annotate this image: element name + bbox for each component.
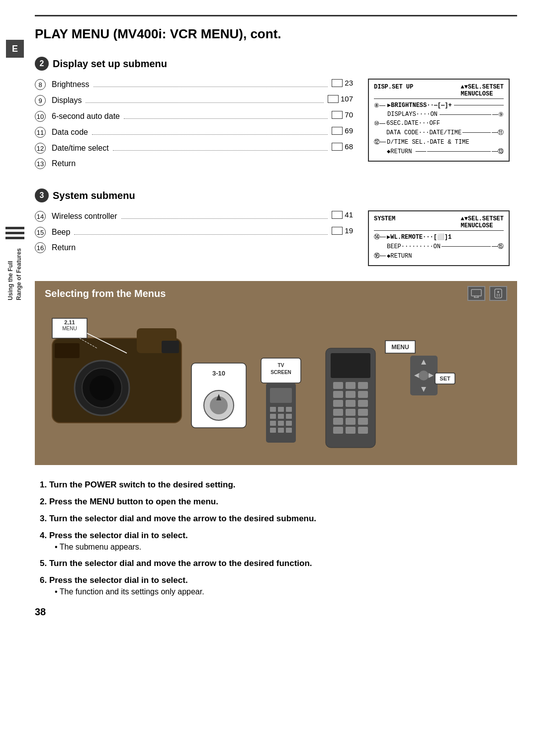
svg-rect-61 (333, 427, 343, 434)
display-screen-header: DISP.SET UP ▲▼SEL.SETSET MENUCLOSE (374, 84, 504, 99)
item-label-return1: Return (52, 159, 76, 168)
svg-rect-37 (286, 414, 292, 419)
svg-rect-16 (162, 341, 179, 353)
item-num-13: 13 (35, 158, 46, 169)
svg-rect-58 (333, 418, 343, 425)
section-e-badge: E (6, 40, 24, 58)
item-label-displays: Displays (52, 96, 82, 105)
system-screen-lines: ⑭— ▶WL.REMOTE···[⬜]1 ⑭— BEEP·········ON … (374, 233, 504, 260)
item-num-8: 8 (35, 79, 46, 90)
list-item: 8 Brightness 23 (35, 79, 353, 90)
svg-rect-57 (358, 409, 368, 416)
item-ref-10: 70 (332, 110, 353, 119)
svg-rect-32 (270, 407, 276, 412)
svg-rect-55 (333, 409, 343, 416)
svg-text:MENU: MENU (391, 344, 409, 351)
svg-rect-46 (333, 382, 343, 389)
item-num-11: 11 (35, 127, 46, 138)
banner-label: Selecting from the Menus (45, 288, 166, 299)
svg-rect-31 (270, 388, 292, 403)
svg-rect-39 (278, 421, 284, 426)
item-ref-14: 41 (332, 210, 353, 219)
instruction-4-sub: • The submenu appears. (55, 543, 512, 552)
camera-scene-svg: 2,11 MENU 3-10 TV SCREEN (37, 308, 515, 463)
list-item: 12 Date/time select 68 (35, 142, 353, 154)
svg-rect-6 (497, 294, 498, 295)
svg-rect-54 (358, 400, 368, 407)
item-num-14: 14 (35, 211, 46, 222)
instruction-6-sub: • The function and its settings only app… (55, 587, 512, 596)
banner-icon-remote (489, 286, 507, 301)
list-item: 14 Wireless controller 41 (35, 210, 353, 222)
svg-rect-45 (331, 353, 370, 378)
instruction-2-text: 2. Press the MENU button to open the men… (40, 497, 218, 506)
svg-rect-17 (55, 343, 80, 358)
list-item: 16 Return (35, 242, 353, 253)
svg-rect-63 (358, 427, 368, 434)
screen-line-10: ⑩— 6SEC.DATE···OFF (374, 119, 504, 127)
svg-rect-38 (270, 421, 276, 426)
main-content: PLAY MENU (MV400i: VCR MENU), cont. 2 Di… (30, 0, 537, 756)
svg-rect-7 (499, 294, 500, 295)
item-num-10: 10 (35, 111, 46, 122)
system-screen-header: SYSTEM ▲▼SEL.SETSET MENUCLOSE (374, 215, 504, 231)
svg-rect-41 (270, 428, 276, 433)
display-item-list: 8 Brightness 23 9 Displays 107 10 (35, 79, 353, 174)
svg-rect-49 (333, 391, 343, 398)
instruction-6-text: 6. Press the selector dial in to select. (40, 575, 188, 585)
sidebar-bar-3 (5, 237, 24, 239)
system-section-row: 14 Wireless controller 41 15 Beep 19 (35, 210, 517, 266)
svg-text:SET: SET (440, 376, 450, 381)
screen-line-11: ⑩— DATA CODE···DATE/TIME —⑪ (374, 128, 504, 137)
system-item-list: 14 Wireless controller 41 15 Beep 19 (35, 210, 353, 266)
screen-line-13: ⑫— ◆RETURN ——— —⑬ (374, 147, 504, 156)
list-item: 9 Displays 107 (35, 94, 353, 106)
screen-line-8: ⑧— ▶BRIGHTNESS··—[—]+ (374, 101, 504, 109)
item-ref-8: 23 (332, 79, 353, 87)
svg-point-71 (419, 371, 429, 380)
menus-banner: Selecting from the Menus (35, 281, 517, 306)
display-screen-lines: ⑧— ▶BRIGHTNESS··—[—]+ ⑧— DISPLAYS····ON … (374, 101, 504, 156)
instruction-5: 5. Turn the selector dial and move the a… (40, 559, 512, 568)
svg-rect-52 (333, 400, 343, 407)
display-section-label: Display set up submenu (53, 58, 167, 70)
system-section-label: System submenu (53, 190, 135, 201)
svg-rect-33 (278, 407, 284, 412)
screen-line-15: ⑭— BEEP·········ON —⑮ (374, 242, 504, 251)
svg-rect-8 (497, 295, 498, 296)
svg-rect-4 (495, 289, 502, 298)
sidebar-bar-1 (5, 227, 24, 229)
svg-rect-43 (286, 428, 292, 433)
svg-point-14 (90, 376, 114, 400)
page-number: 38 (35, 606, 517, 618)
screen-line-9: ⑧— DISPLAYS····ON —⑨ (374, 110, 504, 118)
list-item: 11 Data code 69 (35, 126, 353, 138)
instruction-1: 1. Turn the POWER switch to the desired … (40, 480, 512, 490)
banner-icon-screen (467, 286, 485, 301)
svg-rect-40 (286, 421, 292, 426)
svg-rect-56 (346, 409, 356, 416)
svg-rect-60 (358, 418, 368, 425)
screen-line-14: ⑭— ▶WL.REMOTE···[⬜]1 (374, 233, 504, 241)
instruction-3-text: 3. Turn the selector dial and move the a… (40, 514, 316, 523)
system-section-num: 3 (35, 189, 49, 202)
system-screen-diagram: SYSTEM ▲▼SEL.SETSET MENUCLOSE ⑭— ▶WL.REM… (368, 210, 517, 266)
sidebar-bar-2 (5, 232, 24, 234)
svg-rect-0 (471, 289, 481, 296)
svg-rect-62 (346, 427, 356, 434)
svg-rect-9 (499, 295, 500, 296)
camera-scene-area: 2,11 MENU 3-10 TV SCREEN (35, 306, 517, 465)
svg-text:TV: TV (278, 363, 284, 368)
sidebar-rotated-label: Using the Full Range of Features (6, 248, 23, 300)
svg-text:MENU: MENU (62, 326, 77, 331)
svg-text:SCREEN: SCREEN (270, 370, 291, 375)
display-section: 2 Display set up submenu 8 Brightness 23… (35, 57, 517, 174)
svg-rect-47 (346, 382, 356, 389)
svg-text:3-10: 3-10 (212, 370, 225, 377)
item-ref-15: 19 (332, 226, 353, 235)
svg-rect-59 (346, 418, 356, 425)
screen-line-12: ⑫— D/TIME SEL.·DATE & TIME (374, 138, 504, 146)
item-num-9: 9 (35, 95, 46, 106)
display-section-row: 8 Brightness 23 9 Displays 107 10 (35, 79, 517, 174)
item-label-wireless: Wireless controller (52, 212, 117, 221)
